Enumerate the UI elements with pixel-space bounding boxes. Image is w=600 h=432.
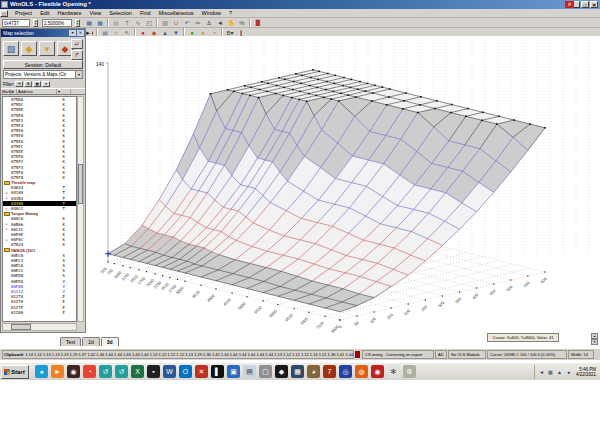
- undo-icon[interactable]: ↶: [182, 18, 192, 27]
- mdi-close-button[interactable]: ✕: [565, 1, 574, 8]
- water-drop-icon[interactable]: ●: [35, 365, 48, 378]
- teal-undo2-icon[interactable]: ↺: [115, 365, 128, 378]
- magnet-icon[interactable]: U: [171, 18, 181, 27]
- map-row[interactable]: 01280E: [3, 310, 76, 315]
- view-3d-icon[interactable]: ◰: [144, 18, 154, 27]
- orange-media-icon[interactable]: ►: [51, 365, 64, 378]
- tab-text[interactable]: Text: [60, 337, 81, 346]
- filter-button-3[interactable]: ▾: [42, 81, 50, 87]
- save-icon[interactable]: ▨: [3, 41, 19, 56]
- net-icon[interactable]: ✻: [387, 365, 400, 378]
- terminal-icon[interactable]: ▌: [211, 365, 224, 378]
- chart-scroll-spinner[interactable]: ▲▼: [591, 333, 598, 345]
- chrome-icon[interactable]: ◔: [83, 365, 96, 378]
- chevron-down-icon[interactable]: ▾: [75, 71, 82, 78]
- menu-hardware[interactable]: Hardware: [54, 10, 86, 16]
- map-3d-view[interactable]: 1405207201000124015201760204022802520276…: [0, 36, 600, 348]
- panel-title-bar[interactable]: Map selection ▾ ✕: [1, 29, 85, 37]
- word-icon[interactable]: W: [163, 365, 176, 378]
- close-button[interactable]: ✕: [590, 1, 598, 8]
- chip-icon[interactable]: ▪: [147, 365, 160, 378]
- blue-spiral-icon[interactable]: ◎: [339, 365, 352, 378]
- wrench-icon[interactable]: ⚙: [403, 365, 416, 378]
- table-view2-icon[interactable]: ▦: [95, 18, 105, 27]
- svg-text:3520: 3520: [191, 289, 201, 299]
- tray-network-icon[interactable]: ▦: [547, 369, 554, 376]
- address-spinner[interactable]: ▲▼: [33, 19, 38, 27]
- status-segment-3: Cursor: 06980 ≡ 100 / 100 0 (0.00%): [487, 350, 567, 359]
- menu-miscellaneous[interactable]: Miscellaneous: [155, 10, 198, 16]
- svg-text:140: 140: [96, 61, 105, 67]
- clipboard-color-swatch: [355, 351, 360, 358]
- column-header-▾[interactable]: ▾: [57, 89, 71, 94]
- filter-button-1[interactable]: A: [24, 81, 32, 87]
- maps-icon[interactable]: ▥: [160, 18, 170, 27]
- clock-app-icon[interactable]: ◕: [307, 365, 320, 378]
- title-bar[interactable]: WinOLS - Flexible Opening * _ □ ✕: [0, 0, 600, 9]
- filter-button-2[interactable]: ▦: [33, 81, 41, 87]
- delta-icon[interactable]: Δ: [204, 18, 214, 27]
- rainbow-colors-icon[interactable]: █: [253, 18, 263, 27]
- session-button[interactable]: Session: Default: [3, 60, 83, 69]
- explorer-icon[interactable]: ▣: [227, 365, 240, 378]
- view-2d-icon[interactable]: ∿: [133, 18, 143, 27]
- zoom-field[interactable]: 2.50000%: [42, 19, 72, 27]
- menu-project[interactable]: Project: [11, 10, 36, 16]
- percent-icon[interactable]: %: [237, 18, 247, 27]
- filter-button-0[interactable]: ☰: [15, 81, 23, 87]
- address-field[interactable]: 0x4737: [2, 19, 30, 27]
- tray-power-icon[interactable]: ●: [565, 369, 572, 376]
- column-header-Marker[interactable]: Marker: [1, 89, 11, 94]
- maximize-button[interactable]: □: [581, 1, 589, 8]
- table-view-icon[interactable]: ▦: [84, 18, 94, 27]
- sound-icon[interactable]: ◄: [215, 18, 225, 27]
- text-view-icon[interactable]: T: [122, 18, 132, 27]
- menu-selection[interactable]: Selection: [105, 10, 136, 16]
- export-arrow-icon[interactable]: ↱: [71, 50, 83, 60]
- import-arrow-icon[interactable]: ↵: [71, 39, 83, 49]
- menu-window[interactable]: Window: [197, 10, 225, 16]
- menu-find[interactable]: Find: [136, 10, 155, 16]
- tab-2d[interactable]: 2d: [82, 337, 100, 346]
- gray-app-icon[interactable]: ▢: [259, 365, 272, 378]
- puzzle-icon[interactable]: ◆: [275, 365, 288, 378]
- cut-icon[interactable]: ✂: [193, 18, 203, 27]
- target-icon[interactable]: ◉: [371, 365, 384, 378]
- folder-icon: [4, 212, 10, 216]
- sevenzip-icon[interactable]: 7: [323, 365, 336, 378]
- surface-chart[interactable]: 1405207201000124015201760204022802520276…: [0, 36, 600, 348]
- photo-app-icon[interactable]: ▦: [291, 365, 304, 378]
- menu-edit[interactable]: Edit: [36, 10, 53, 16]
- panel-pin-button[interactable]: ▾: [69, 30, 76, 36]
- dark-badge-icon[interactable]: ◉: [67, 365, 80, 378]
- notepad-icon[interactable]: ▤: [243, 365, 256, 378]
- svg-text:5000: 5000: [237, 300, 247, 310]
- open-folder-dropdown-icon[interactable]: ▾: [39, 41, 55, 56]
- filter-label: Filter:: [3, 82, 14, 87]
- panel-close-button[interactable]: ✕: [77, 30, 84, 36]
- column-header-Address[interactable]: Address: [17, 89, 57, 94]
- svg-text:400: 400: [471, 292, 480, 301]
- map-list[interactable]: 075DAK075DCK075DEK075E0K075E2K075E4K075E…: [2, 96, 77, 322]
- panel-horizontal-scrollbar[interactable]: [2, 323, 77, 331]
- start-button[interactable]: Start: [1, 365, 29, 379]
- tray-volume-icon[interactable]: ◄: [538, 369, 545, 376]
- tab-3d[interactable]: 3d: [101, 337, 119, 346]
- open-folder-icon[interactable]: ◆: [21, 41, 37, 56]
- scope-dropdown[interactable]: Projects, Versions & Maps (Ctr ▾: [3, 70, 83, 79]
- panel-vertical-scrollbar[interactable]: [77, 96, 84, 322]
- list-header[interactable]: Marker/Address▾: [1, 88, 85, 95]
- menu-view[interactable]: View: [85, 10, 105, 16]
- tray-shield-icon[interactable]: ▲: [556, 369, 563, 376]
- menu-?[interactable]: ?: [225, 10, 236, 16]
- hand-icon[interactable]: ✋: [226, 18, 236, 27]
- red-x-app-icon[interactable]: ✕: [195, 365, 208, 378]
- orange-ring-icon[interactable]: ◍: [355, 365, 368, 378]
- zoom-spinner[interactable]: ▲▼: [75, 19, 80, 27]
- teal-undo-icon[interactable]: ↺: [99, 365, 112, 378]
- grid-icon[interactable]: ▤: [111, 18, 121, 27]
- excel-icon[interactable]: X: [131, 365, 144, 378]
- status-segment-0: CS wrong - Correcting on export: [362, 350, 434, 359]
- mdi-restore-icon[interactable]: □: [0, 10, 8, 17]
- outlook-icon[interactable]: O: [179, 365, 192, 378]
